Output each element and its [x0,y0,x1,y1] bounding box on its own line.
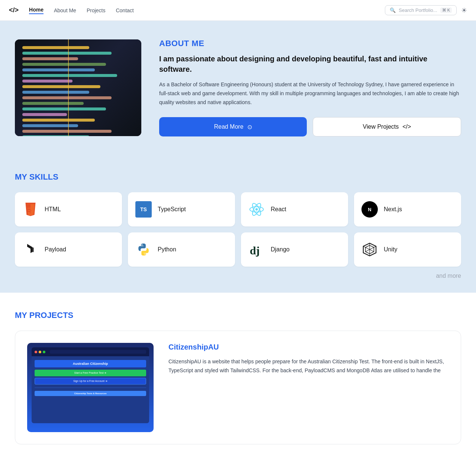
svg-point-3 [255,208,258,210]
skills-title: MY SKILLS [15,172,461,182]
skill-card-unity: Unity [354,232,461,267]
read-more-icon: ⊙ [247,123,252,131]
skills-grid: HTML TS TypeScript React N [15,192,461,267]
search-icon: 🔍 [390,7,396,13]
projects-section: MY PROJECTS Australian Citizenship Start… [0,293,476,462]
typescript-icon: TS [135,201,152,218]
projects-title: MY PROJECTS [15,311,461,320]
skill-name-python: Python [158,246,176,253]
and-more-text: and more [15,267,461,281]
nav-link-about[interactable]: About Me [54,7,76,13]
hero-image [15,39,141,136]
project-content-citizenshipau: CitizenshipAU CitizenshipAU is a website… [168,343,449,375]
theme-toggle-button[interactable]: ☀ [461,6,467,15]
skill-card-react: React [241,192,348,226]
project-description-citizenshipau: CitizenshipAU is a website that helps pe… [168,357,449,375]
nav-logo: </> [9,6,19,14]
hero-description: As a Bachelor of Software Engineering (H… [159,80,461,107]
logo-icon: </> [9,6,19,14]
skill-card-payload: Payload [15,232,122,267]
python-icon [135,241,152,258]
hero-content: ABOUT ME I am passionate about designing… [159,39,461,136]
skill-card-python: Python [128,232,235,267]
html-icon [22,201,39,218]
skill-name-payload: Payload [45,246,66,253]
view-projects-label: View Projects [363,123,399,130]
django-icon: dj [248,241,265,258]
hero-section: ABOUT ME I am passionate about designing… [0,21,476,154]
react-icon [248,201,265,218]
read-more-button[interactable]: Read More ⊙ [159,117,307,136]
skill-card-html: HTML [15,192,122,226]
project-image-citizenshipau: Australian Citizenship Start a Free Prac… [27,343,154,432]
skill-name-react: React [271,206,286,213]
search-placeholder: Search Portfolio... [399,7,437,13]
svg-line-9 [366,247,376,252]
nav-link-home[interactable]: Home [29,7,44,14]
svg-line-8 [363,247,374,252]
navbar: </> Home About Me Projects Contact 🔍 Sea… [0,0,476,21]
unity-icon [361,241,378,258]
payload-icon [22,241,39,258]
view-projects-button[interactable]: View Projects </> [313,117,461,136]
hero-buttons: Read More ⊙ View Projects </> [159,117,461,136]
skill-name-django: Django [271,246,290,253]
skill-card-typescript: TS TypeScript [128,192,235,226]
hero-title: ABOUT ME [159,39,461,48]
nav-links: Home About Me Projects Contact [29,7,134,14]
project-name-citizenshipau: CitizenshipAU [168,343,449,351]
read-more-label: Read More [214,123,243,130]
search-bar[interactable]: 🔍 Search Portfolio... ⌘ K [385,5,457,15]
skill-name-nextjs: Next.js [384,206,402,213]
nav-link-projects[interactable]: Projects [87,7,106,13]
skill-name-html: HTML [45,206,61,213]
skill-name-unity: Unity [384,246,397,253]
nav-link-contact[interactable]: Contact [116,7,134,13]
svg-text:dj: dj [250,245,260,257]
skill-card-nextjs: N Next.js [354,192,461,226]
nextjs-icon: N [361,201,378,218]
search-kbd: ⌘ K [440,7,452,13]
skill-name-typescript: TypeScript [158,206,186,213]
skills-section: MY SKILLS HTML TS TypeScript [0,154,476,293]
hero-subtitle: I am passionate about designing and deve… [159,54,461,74]
project-card-citizenshipau: Australian Citizenship Start a Free Prac… [15,331,461,444]
view-projects-icon: </> [402,123,411,130]
skill-card-django: dj Django [241,232,348,267]
